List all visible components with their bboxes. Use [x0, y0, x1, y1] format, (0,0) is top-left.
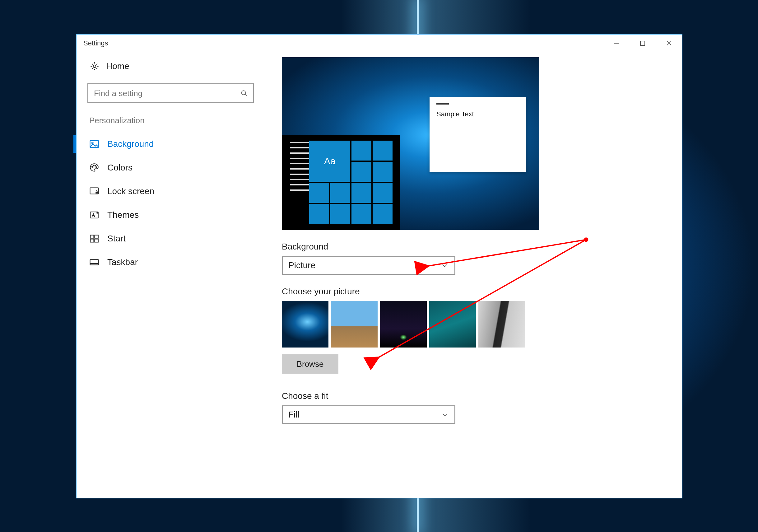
- search-input[interactable]: [94, 89, 240, 98]
- minimize-icon: [613, 40, 619, 46]
- svg-rect-7: [90, 141, 99, 148]
- close-icon: [666, 40, 672, 46]
- browse-button-label: Browse: [297, 359, 324, 369]
- svg-rect-19: [94, 239, 98, 242]
- sidebar: Home Personalization Background Colo: [77, 52, 265, 498]
- sidebar-item-label: Colors: [107, 163, 132, 173]
- picture-thumb-1[interactable]: [282, 301, 328, 347]
- fit-dropdown[interactable]: Fill: [282, 406, 455, 424]
- preview-tile-aa: Aa: [309, 141, 350, 182]
- choose-picture-label: Choose your picture: [282, 287, 670, 297]
- sidebar-item-background[interactable]: Background: [84, 133, 257, 155]
- sidebar-item-taskbar[interactable]: Taskbar: [84, 251, 257, 273]
- svg-point-8: [92, 142, 93, 144]
- sidebar-item-label: Themes: [107, 210, 139, 220]
- svg-rect-1: [640, 41, 645, 46]
- background-label: Background: [282, 242, 670, 252]
- home-nav[interactable]: Home: [87, 58, 254, 75]
- picture-thumb-3[interactable]: [380, 301, 427, 347]
- svg-line-6: [245, 94, 247, 96]
- settings-window: Settings Home Persona: [76, 34, 682, 498]
- minimize-button[interactable]: [603, 35, 629, 52]
- sidebar-item-label: Taskbar: [107, 257, 138, 267]
- close-button[interactable]: [656, 35, 682, 52]
- picture-icon: [89, 138, 100, 150]
- sidebar-item-start[interactable]: Start: [84, 228, 257, 250]
- chevron-down-icon: [441, 261, 449, 269]
- content-pane: Aa Sample Text Background Picture: [265, 52, 682, 498]
- lockscreen-icon: [89, 186, 100, 197]
- picture-thumbnails: [282, 301, 670, 347]
- preview-sample-text: Sample Text: [436, 110, 519, 118]
- search-icon: [240, 89, 249, 98]
- maximize-button[interactable]: [629, 35, 656, 52]
- sidebar-item-themes[interactable]: Themes: [84, 204, 257, 226]
- svg-point-11: [95, 165, 96, 166]
- svg-rect-17: [94, 235, 98, 238]
- preview-start-panel: Aa: [282, 135, 400, 230]
- sidebar-item-lockscreen[interactable]: Lock screen: [84, 180, 257, 202]
- home-label: Home: [106, 61, 129, 71]
- background-dropdown-value: Picture: [288, 261, 315, 270]
- sidebar-item-label: Lock screen: [107, 186, 154, 196]
- svg-point-9: [92, 166, 93, 167]
- svg-rect-18: [90, 239, 94, 242]
- svg-rect-20: [90, 260, 99, 265]
- svg-rect-16: [90, 235, 94, 238]
- picture-thumb-2[interactable]: [331, 301, 378, 347]
- picture-thumb-5[interactable]: [478, 301, 525, 347]
- browse-button[interactable]: Browse: [282, 354, 338, 373]
- svg-point-4: [93, 65, 96, 68]
- start-icon: [89, 233, 100, 244]
- desktop-preview: Aa Sample Text: [282, 57, 539, 230]
- palette-icon: [89, 162, 100, 173]
- themes-icon: [89, 209, 100, 221]
- background-dropdown[interactable]: Picture: [282, 256, 455, 275]
- picture-thumb-4[interactable]: [429, 301, 476, 347]
- search-box[interactable]: [87, 83, 254, 103]
- preview-window-card: Sample Text: [430, 97, 526, 172]
- gear-icon: [89, 61, 100, 72]
- fit-label: Choose a fit: [282, 391, 670, 401]
- maximize-icon: [640, 40, 645, 46]
- sidebar-item-label: Background: [107, 139, 154, 149]
- window-title: Settings: [83, 39, 108, 47]
- svg-point-12: [96, 167, 97, 168]
- section-label: Personalization: [87, 116, 254, 125]
- fit-dropdown-value: Fill: [288, 410, 299, 420]
- sidebar-item-label: Start: [107, 234, 126, 244]
- taskbar-icon: [89, 257, 100, 268]
- chevron-down-icon: [441, 411, 449, 419]
- svg-rect-14: [95, 192, 98, 194]
- svg-point-10: [93, 165, 94, 166]
- sidebar-item-colors[interactable]: Colors: [84, 157, 257, 179]
- titlebar: Settings: [77, 35, 682, 52]
- svg-point-5: [242, 91, 246, 95]
